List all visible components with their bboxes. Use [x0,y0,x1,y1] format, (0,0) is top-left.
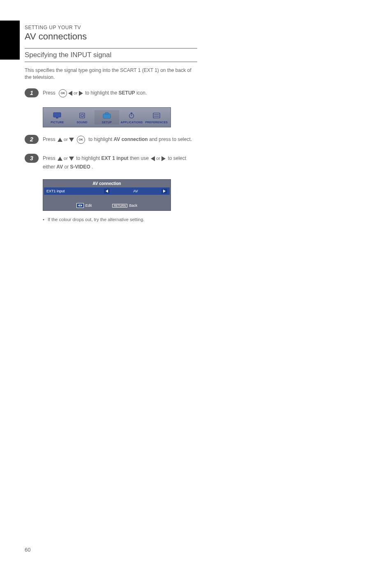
arrow-right-icon [79,91,83,96]
step-number-3: 3 [25,154,39,163]
row-arrow-right[interactable] [161,189,167,194]
svg-rect-4 [103,114,111,118]
svg-point-3 [81,114,83,117]
step-3-text: Press or to highlight EXT 1 input then u… [43,154,197,171]
up-down-icons: or OK [58,135,86,145]
page-title: AV connections [25,31,197,42]
toolbox-icon [95,111,119,120]
preferences-icon [145,111,168,120]
svg-rect-2 [80,113,85,118]
arrow-up-icon [58,157,62,161]
footnote-text: If the colour drops out, try the alterna… [48,217,171,223]
timer-icon [120,111,143,120]
page-content: SETTING UP YOUR TV AV connections Specif… [25,25,197,223]
separator: or [64,155,68,162]
edit-hint: Edit [76,203,92,208]
step-number-1: 1 [25,88,39,97]
separator: or [74,90,78,96]
menu-item-sound[interactable]: SOUND [69,110,94,125]
arrow-left-icon [151,156,155,161]
back-hint: RETURN Back [112,203,137,208]
menu-label: SOUND [70,121,94,124]
menu-item-applications[interactable]: APPLICATIONS [119,110,144,125]
up-down-icons: or [58,154,74,164]
av-row-ext1[interactable]: EXT1 input AV [44,187,170,195]
side-tab [0,21,20,60]
left-right-ok-icons: OK or [58,88,83,98]
footnote: • If the colour drops out, try the alter… [43,217,171,223]
menu-item-preferences[interactable]: PREFERENCES [144,110,169,125]
menu-item-setup[interactable]: SETUP [95,110,119,125]
arrow-down-icon [69,138,74,142]
svg-rect-8 [131,113,132,113]
left-right-icons: or [151,154,166,164]
svg-rect-0 [53,113,61,117]
page-number: 60 [25,547,30,553]
chapter-label: SETTING UP YOUR TV [25,25,197,30]
panel-spacer [44,196,170,201]
return-icon: RETURN [112,204,127,208]
tv-menu-bar: PICTURE SOUND SETUP APPLICATIONS PREFERE… [43,107,171,127]
arrow-right-icon [161,156,166,161]
av-connection-panel: AV connection EXT1 input AV Edit RETURN … [43,179,171,211]
arrow-down-icon [69,157,74,161]
av-row-value: AV [110,189,161,193]
speaker-icon [70,111,94,120]
row-arrow-left[interactable] [104,189,110,194]
step-number-2: 2 [25,135,39,144]
av-panel-footer: Edit RETURN Back [43,201,171,210]
arrow-up-icon [58,138,62,142]
monitor-icon [45,111,69,120]
edit-icon [76,203,84,208]
av-panel-header: AV connection [43,180,171,187]
av-row-label: EXT1 input [46,189,104,193]
bullet: • [43,217,48,223]
menu-label: APPLICATIONS [120,121,143,124]
svg-rect-1 [56,118,58,118]
menu-item-picture[interactable]: PICTURE [45,110,69,125]
svg-rect-9 [153,113,160,118]
separator: or [156,155,160,162]
step-2-text: Press or OK to highlight AV connection a… [43,135,197,145]
intro-text: This specifies the signal type going int… [25,67,197,81]
step-1-text: Press OK or to highlight the SETUP icon. [43,88,197,98]
step-1: 1 Press OK or to highlight the SETUP ico… [25,88,197,98]
ok-icon: OK [59,89,67,97]
ok-icon: OK [77,136,85,144]
step-3: 3 Press or to highlight EXT 1 input then… [25,154,197,171]
section-heading: Specifying the INPUT signal [25,48,197,62]
menu-label: PREFERENCES [145,121,168,124]
svg-rect-5 [105,113,108,114]
separator: or [64,136,68,143]
arrow-left-icon [68,91,72,96]
step-2: 2 Press or OK to highlight AV connection… [25,135,197,145]
menu-label: SETUP [95,121,119,124]
menu-label: PICTURE [45,121,69,124]
